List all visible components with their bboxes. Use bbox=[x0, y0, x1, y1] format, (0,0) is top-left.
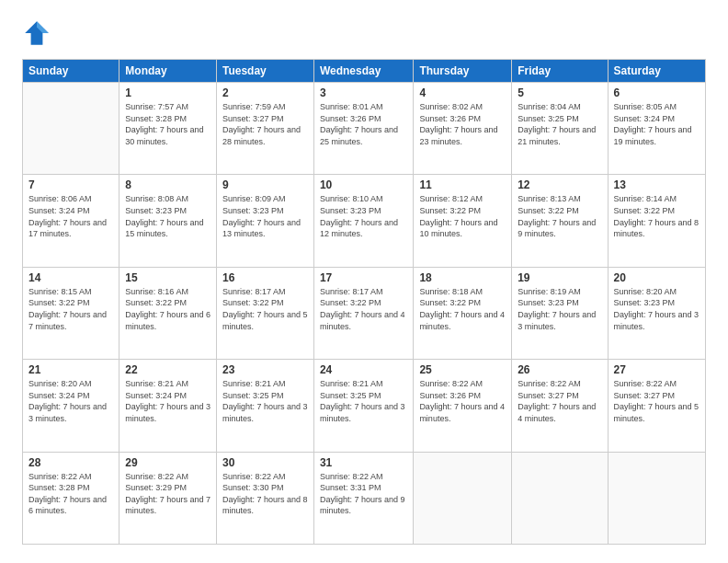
day-number: 25 bbox=[419, 363, 506, 376]
calendar-cell: 25Sunrise: 8:22 AMSunset: 3:26 PMDayligh… bbox=[414, 360, 512, 452]
weekday-header-tuesday: Tuesday bbox=[216, 60, 313, 83]
day-number: 27 bbox=[614, 363, 700, 376]
calendar-cell: 23Sunrise: 8:21 AMSunset: 3:25 PMDayligh… bbox=[216, 360, 313, 452]
logo bbox=[22, 18, 55, 48]
day-number: 21 bbox=[28, 363, 113, 376]
cell-info: Sunrise: 8:17 AMSunset: 3:22 PMDaylight:… bbox=[222, 287, 308, 331]
calendar-cell: 11Sunrise: 8:12 AMSunset: 3:22 PMDayligh… bbox=[414, 175, 512, 267]
cell-info: Sunrise: 8:01 AMSunset: 3:26 PMDaylight:… bbox=[320, 102, 398, 146]
calendar-cell: 4Sunrise: 8:02 AMSunset: 3:26 PMDaylight… bbox=[414, 83, 512, 175]
calendar-cell: 12Sunrise: 8:13 AMSunset: 3:22 PMDayligh… bbox=[512, 175, 608, 267]
cell-info: Sunrise: 8:20 AMSunset: 3:23 PMDaylight:… bbox=[614, 287, 700, 331]
week-row-1: 7Sunrise: 8:06 AMSunset: 3:24 PMDaylight… bbox=[23, 175, 706, 267]
weekday-header-saturday: Saturday bbox=[608, 60, 705, 83]
day-number: 5 bbox=[518, 86, 601, 99]
calendar-cell: 13Sunrise: 8:14 AMSunset: 3:22 PMDayligh… bbox=[608, 175, 705, 267]
week-row-4: 28Sunrise: 8:22 AMSunset: 3:28 PMDayligh… bbox=[23, 452, 706, 544]
week-row-2: 14Sunrise: 8:15 AMSunset: 3:22 PMDayligh… bbox=[23, 267, 706, 359]
calendar-cell: 15Sunrise: 8:16 AMSunset: 3:22 PMDayligh… bbox=[119, 267, 217, 359]
cell-info: Sunrise: 8:22 AMSunset: 3:28 PMDaylight:… bbox=[28, 472, 107, 516]
calendar-cell bbox=[23, 83, 119, 175]
day-number: 19 bbox=[518, 271, 601, 284]
weekday-header-wednesday: Wednesday bbox=[313, 60, 413, 83]
cell-info: Sunrise: 8:17 AMSunset: 3:22 PMDaylight:… bbox=[320, 287, 405, 331]
day-number: 2 bbox=[222, 86, 308, 99]
day-number: 8 bbox=[125, 178, 210, 191]
cell-info: Sunrise: 8:14 AMSunset: 3:22 PMDaylight:… bbox=[614, 194, 700, 238]
calendar-cell bbox=[608, 452, 705, 544]
day-number: 10 bbox=[320, 178, 407, 191]
calendar-table: SundayMondayTuesdayWednesdayThursdayFrid… bbox=[22, 59, 706, 545]
cell-info: Sunrise: 8:10 AMSunset: 3:23 PMDaylight:… bbox=[320, 194, 398, 238]
day-number: 23 bbox=[222, 363, 308, 376]
calendar-cell: 17Sunrise: 8:17 AMSunset: 3:22 PMDayligh… bbox=[313, 267, 413, 359]
weekday-header-friday: Friday bbox=[512, 60, 608, 83]
cell-info: Sunrise: 8:19 AMSunset: 3:23 PMDaylight:… bbox=[518, 287, 596, 331]
day-number: 26 bbox=[518, 363, 601, 376]
calendar-cell: 2Sunrise: 7:59 AMSunset: 3:27 PMDaylight… bbox=[216, 83, 313, 175]
weekday-header-thursday: Thursday bbox=[414, 60, 512, 83]
day-number: 1 bbox=[125, 86, 210, 99]
day-number: 20 bbox=[614, 271, 700, 284]
calendar-cell: 6Sunrise: 8:05 AMSunset: 3:24 PMDaylight… bbox=[608, 83, 705, 175]
calendar-cell: 24Sunrise: 8:21 AMSunset: 3:25 PMDayligh… bbox=[313, 360, 413, 452]
day-number: 17 bbox=[320, 271, 407, 284]
cell-info: Sunrise: 8:22 AMSunset: 3:26 PMDaylight:… bbox=[419, 379, 505, 423]
calendar-cell: 7Sunrise: 8:06 AMSunset: 3:24 PMDaylight… bbox=[23, 175, 119, 267]
header bbox=[22, 18, 706, 48]
day-number: 6 bbox=[614, 86, 700, 99]
day-number: 16 bbox=[222, 271, 308, 284]
calendar-cell: 31Sunrise: 8:22 AMSunset: 3:31 PMDayligh… bbox=[313, 452, 413, 544]
calendar-cell: 8Sunrise: 8:08 AMSunset: 3:23 PMDaylight… bbox=[119, 175, 217, 267]
cell-info: Sunrise: 8:21 AMSunset: 3:24 PMDaylight:… bbox=[125, 379, 210, 423]
cell-info: Sunrise: 8:20 AMSunset: 3:24 PMDaylight:… bbox=[28, 379, 107, 423]
day-number: 18 bbox=[419, 271, 506, 284]
cell-info: Sunrise: 8:22 AMSunset: 3:30 PMDaylight:… bbox=[222, 472, 308, 516]
week-row-0: 1Sunrise: 7:57 AMSunset: 3:28 PMDaylight… bbox=[23, 83, 706, 175]
calendar-cell: 16Sunrise: 8:17 AMSunset: 3:22 PMDayligh… bbox=[216, 267, 313, 359]
cell-info: Sunrise: 8:22 AMSunset: 3:29 PMDaylight:… bbox=[125, 472, 210, 516]
calendar-cell bbox=[414, 452, 512, 544]
weekday-header-sunday: Sunday bbox=[23, 60, 119, 83]
day-number: 31 bbox=[320, 456, 407, 469]
day-number: 9 bbox=[222, 178, 308, 191]
calendar-cell: 18Sunrise: 8:18 AMSunset: 3:22 PMDayligh… bbox=[414, 267, 512, 359]
calendar-cell: 5Sunrise: 8:04 AMSunset: 3:25 PMDaylight… bbox=[512, 83, 608, 175]
cell-info: Sunrise: 7:57 AMSunset: 3:28 PMDaylight:… bbox=[125, 102, 203, 146]
day-number: 14 bbox=[28, 271, 113, 284]
cell-info: Sunrise: 8:12 AMSunset: 3:22 PMDaylight:… bbox=[419, 194, 497, 238]
day-number: 15 bbox=[125, 271, 210, 284]
cell-info: Sunrise: 8:06 AMSunset: 3:24 PMDaylight:… bbox=[28, 194, 107, 238]
calendar-cell bbox=[512, 452, 608, 544]
cell-info: Sunrise: 8:05 AMSunset: 3:24 PMDaylight:… bbox=[614, 102, 692, 146]
calendar-cell: 22Sunrise: 8:21 AMSunset: 3:24 PMDayligh… bbox=[119, 360, 217, 452]
weekday-header-monday: Monday bbox=[119, 60, 217, 83]
day-number: 4 bbox=[419, 86, 506, 99]
cell-info: Sunrise: 8:22 AMSunset: 3:27 PMDaylight:… bbox=[614, 379, 700, 423]
day-number: 24 bbox=[320, 363, 407, 376]
day-number: 12 bbox=[518, 178, 601, 191]
day-number: 28 bbox=[28, 456, 113, 469]
cell-info: Sunrise: 8:04 AMSunset: 3:25 PMDaylight:… bbox=[518, 102, 596, 146]
weekday-header-row: SundayMondayTuesdayWednesdayThursdayFrid… bbox=[23, 60, 706, 83]
cell-info: Sunrise: 8:21 AMSunset: 3:25 PMDaylight:… bbox=[320, 379, 405, 423]
cell-info: Sunrise: 8:13 AMSunset: 3:22 PMDaylight:… bbox=[518, 194, 596, 238]
calendar-cell: 28Sunrise: 8:22 AMSunset: 3:28 PMDayligh… bbox=[23, 452, 119, 544]
calendar-cell: 9Sunrise: 8:09 AMSunset: 3:23 PMDaylight… bbox=[216, 175, 313, 267]
day-number: 29 bbox=[125, 456, 210, 469]
day-number: 13 bbox=[614, 178, 700, 191]
day-number: 3 bbox=[320, 86, 407, 99]
calendar-cell: 20Sunrise: 8:20 AMSunset: 3:23 PMDayligh… bbox=[608, 267, 705, 359]
page: SundayMondayTuesdayWednesdayThursdayFrid… bbox=[0, 0, 728, 563]
week-row-3: 21Sunrise: 8:20 AMSunset: 3:24 PMDayligh… bbox=[23, 360, 706, 452]
cell-info: Sunrise: 8:16 AMSunset: 3:22 PMDaylight:… bbox=[125, 287, 210, 331]
logo-icon bbox=[22, 18, 51, 48]
day-number: 30 bbox=[222, 456, 308, 469]
calendar-cell: 1Sunrise: 7:57 AMSunset: 3:28 PMDaylight… bbox=[119, 83, 217, 175]
day-number: 22 bbox=[125, 363, 210, 376]
cell-info: Sunrise: 8:08 AMSunset: 3:23 PMDaylight:… bbox=[125, 194, 203, 238]
calendar-cell: 27Sunrise: 8:22 AMSunset: 3:27 PMDayligh… bbox=[608, 360, 705, 452]
calendar-cell: 29Sunrise: 8:22 AMSunset: 3:29 PMDayligh… bbox=[119, 452, 217, 544]
cell-info: Sunrise: 8:18 AMSunset: 3:22 PMDaylight:… bbox=[419, 287, 505, 331]
calendar-cell: 26Sunrise: 8:22 AMSunset: 3:27 PMDayligh… bbox=[512, 360, 608, 452]
